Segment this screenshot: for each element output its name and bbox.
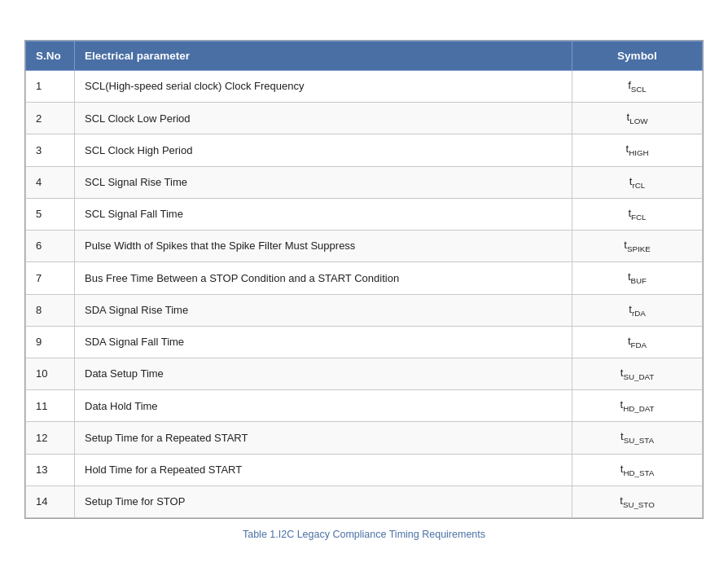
cell-param: Data Setup Time [75,358,572,389]
cell-param: Hold Time for a Repeated START [75,454,572,486]
cell-param: Pulse Width of Spikes that the Spike Fil… [75,231,572,262]
table-row: 5SCL Signal Fall TimetFCL [26,198,703,230]
table-header-row: S.No Electrical parameter Symbol [26,41,703,70]
cell-sno: 9 [26,326,75,358]
table-row: 8SDA Signal Rise TimetrDA [26,294,703,326]
cell-sno: 6 [26,231,75,262]
cell-symbol: tHIGH [572,134,703,166]
table-row: 4SCL Signal Rise TimetrCL [26,166,703,198]
cell-param: SCL Clock High Period [75,134,572,166]
cell-symbol: tFCL [572,198,703,230]
cell-symbol: tSU_STA [572,422,703,454]
cell-symbol: tSPIKE [572,231,703,262]
table-row: 2SCL Clock Low PeriodtLOW [26,103,703,134]
table-row: 11Data Hold TimetHD_DAT [26,390,703,422]
cell-sno: 8 [26,294,75,326]
cell-param: SDA Signal Fall Time [75,326,572,358]
cell-param: SCL(High-speed serial clock) Clock Frequ… [75,70,572,102]
cell-param: SDA Signal Rise Time [75,294,572,326]
cell-symbol: tHD_STA [572,454,703,486]
cell-sno: 13 [26,454,75,486]
table-row: 12Setup Time for a Repeated STARTtSU_STA [26,422,703,454]
cell-param: SCL Clock Low Period [75,103,572,134]
table-row: 13Hold Time for a Repeated STARTtHD_STA [26,454,703,486]
cell-symbol: tSU_STO [572,486,703,517]
table-caption: Table 1.I2C Legacy Compliance Timing Req… [243,529,485,540]
cell-sno: 5 [26,198,75,230]
cell-symbol: tBUF [572,262,703,294]
cell-param: SCL Signal Fall Time [75,198,572,230]
cell-symbol: tSU_DAT [572,358,703,389]
cell-param: Bus Free Time Between a STOP Condition a… [75,262,572,294]
cell-symbol: trDA [572,294,703,326]
cell-param: Setup Time for STOP [75,486,572,517]
header-param: Electrical parameter [75,41,572,70]
table-row: 6Pulse Width of Spikes that the Spike Fi… [26,231,703,262]
header-sno: S.No [26,41,75,70]
cell-symbol: fSCL [572,70,703,102]
cell-param: SCL Signal Rise Time [75,166,572,198]
table-row: 7Bus Free Time Between a STOP Condition … [26,262,703,294]
cell-sno: 12 [26,422,75,454]
cell-sno: 11 [26,390,75,422]
header-symbol: Symbol [572,41,703,70]
timing-table: S.No Electrical parameter Symbol 1SCL(Hi… [24,40,704,519]
table-row: 9SDA Signal Fall TimetFDA [26,326,703,358]
cell-sno: 1 [26,70,75,102]
cell-symbol: tLOW [572,103,703,134]
cell-param: Data Hold Time [75,390,572,422]
cell-param: Setup Time for a Repeated START [75,422,572,454]
cell-sno: 7 [26,262,75,294]
table-body: 1SCL(High-speed serial clock) Clock Freq… [26,70,703,517]
table-row: 1SCL(High-speed serial clock) Clock Freq… [26,70,703,102]
table-row: 10Data Setup TimetSU_DAT [26,358,703,389]
cell-symbol: tHD_DAT [572,390,703,422]
table-row: 3SCL Clock High PeriodtHIGH [26,134,703,166]
cell-symbol: tFDA [572,326,703,358]
table-row: 14Setup Time for STOPtSU_STO [26,486,703,517]
cell-sno: 3 [26,134,75,166]
cell-sno: 4 [26,166,75,198]
cell-sno: 10 [26,358,75,389]
cell-sno: 14 [26,486,75,517]
cell-symbol: trCL [572,166,703,198]
cell-sno: 2 [26,103,75,134]
